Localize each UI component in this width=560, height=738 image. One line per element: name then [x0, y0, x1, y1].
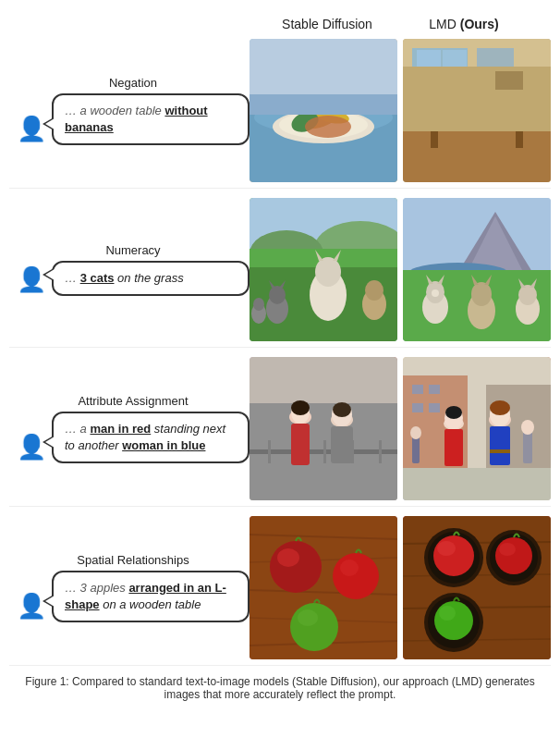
spatial-prefix: … 3 apples — [65, 581, 128, 595]
svg-point-123 — [434, 601, 473, 640]
spatial-sd-svg — [250, 516, 397, 659]
svg-point-106 — [290, 603, 338, 651]
numeracy-lmd-svg — [403, 198, 551, 341]
lmd-label-normal: LMD — [429, 17, 459, 31]
svg-rect-89 — [490, 449, 510, 453]
attribute-sd-image — [250, 357, 397, 500]
svg-rect-16 — [403, 131, 551, 182]
spatial-label: Spatial Relationships — [17, 553, 250, 567]
svg-rect-76 — [412, 385, 423, 394]
footer: Figure 1: Compared to standard text-to-i… — [9, 675, 551, 701]
spatial-bubble: … 3 apples arranged in an L-shape on a w… — [52, 571, 250, 622]
footer-text: Figure 1: Compared to standard text-to-i… — [25, 675, 534, 701]
negation-speech-text: … a wooden table without bananas — [65, 104, 208, 134]
numeracy-sd-svg — [250, 198, 397, 341]
svg-rect-79 — [429, 403, 440, 412]
numeracy-sd-image — [250, 198, 397, 341]
svg-rect-9 — [250, 94, 397, 115]
svg-point-121 — [495, 537, 532, 574]
attribute-label: Attribute Assignment — [17, 394, 250, 408]
negation-prefix: … a wooden table — [65, 104, 164, 117]
svg-point-48 — [432, 289, 439, 297]
numeracy-bubble: … 3 cats on the grass — [52, 261, 250, 296]
svg-rect-66 — [291, 424, 310, 465]
svg-point-119 — [433, 535, 474, 576]
svg-rect-78 — [412, 403, 423, 412]
svg-rect-86 — [490, 426, 510, 465]
attribute-highlighted-woman: woman in blue — [122, 438, 205, 452]
svg-rect-60 — [268, 440, 271, 463]
svg-rect-21 — [495, 71, 523, 90]
numeracy-suffix: on the grass — [115, 271, 184, 285]
svg-point-84 — [445, 406, 462, 419]
numeracy-row: Numeracy 👤 … 3 cats on the grass — [9, 198, 551, 348]
svg-point-122 — [499, 543, 516, 556]
svg-point-71 — [291, 400, 310, 415]
attribute-highlighted-man: man in red — [90, 422, 151, 436]
svg-point-120 — [437, 541, 456, 556]
svg-rect-77 — [429, 385, 440, 394]
spatial-image-pair — [250, 516, 551, 659]
header-col-sd: Stable Diffusion — [259, 17, 396, 31]
spatial-suffix: on a wooden table — [100, 597, 201, 611]
svg-point-103 — [277, 548, 299, 567]
spatial-sd-image — [250, 516, 397, 659]
attribute-speech-text: … a man in red standing next to another … — [65, 422, 225, 452]
svg-point-38 — [253, 298, 264, 311]
svg-point-93 — [410, 426, 421, 439]
svg-point-32 — [269, 286, 286, 304]
numeracy-speech-row: 👤 … 3 cats on the grass — [17, 261, 250, 296]
negation-left: Negation 👤 … a wooden table without bana… — [9, 76, 250, 145]
stable-diffusion-label: Stable Diffusion — [282, 17, 372, 31]
svg-point-104 — [333, 553, 379, 599]
negation-speech-row: 👤 … a wooden table without bananas — [17, 93, 250, 145]
spatial-speech-text: … 3 apples arranged in an L-shape on a w… — [65, 581, 226, 611]
svg-point-72 — [333, 402, 351, 417]
svg-rect-92 — [412, 436, 420, 463]
svg-rect-90 — [523, 431, 532, 463]
negation-lmd-image — [403, 39, 551, 182]
svg-point-50 — [471, 282, 492, 306]
page-container: Stable Diffusion LMD (Ours) Negation 👤 …… — [0, 0, 560, 710]
attribute-speech-row: 👤 … a man in red standing next to anothe… — [17, 412, 250, 463]
attribute-image-pair — [250, 357, 551, 500]
numeracy-highlighted: 3 cats — [80, 271, 115, 285]
attribute-left: Attribute Assignment 👤 … a man in red st… — [9, 394, 250, 463]
attribute-lmd-image — [403, 357, 551, 500]
svg-rect-62 — [323, 440, 326, 463]
spatial-row: Spatial Relationships 👤 … 3 apples arran… — [9, 516, 551, 666]
svg-rect-69 — [331, 426, 353, 463]
svg-point-7 — [305, 116, 351, 138]
svg-point-28 — [315, 257, 341, 287]
numeracy-label: Numeracy — [17, 243, 250, 257]
svg-point-54 — [518, 285, 537, 305]
lmd-label-bold: (Ours) — [460, 17, 499, 31]
negation-bubble: … a wooden table without bananas — [52, 93, 250, 145]
negation-label: Negation — [17, 76, 250, 90]
negation-sd-svg — [250, 39, 397, 182]
svg-rect-80 — [403, 468, 551, 500]
attribute-lmd-svg — [403, 357, 551, 500]
svg-rect-82 — [444, 429, 463, 466]
numeracy-prefix: … — [65, 271, 80, 285]
spatial-lmd-svg — [403, 516, 551, 659]
negation-image-pair — [250, 39, 551, 182]
svg-point-105 — [340, 560, 359, 576]
attribute-sd-svg — [250, 357, 397, 500]
numeracy-lmd-image — [403, 198, 551, 341]
svg-point-107 — [298, 609, 318, 626]
attribute-bubble: … a man in red standing next to another … — [52, 412, 250, 463]
svg-point-36 — [365, 280, 383, 301]
header-col-lmd: LMD (Ours) — [396, 17, 532, 31]
attribute-prefix: … a — [65, 422, 90, 436]
spatial-lmd-image — [403, 516, 551, 659]
negation-row: Negation 👤 … a wooden table without bana… — [9, 39, 551, 189]
spatial-speech-row: 👤 … 3 apples arranged in an L-shape on a… — [17, 571, 250, 622]
svg-point-88 — [490, 400, 510, 415]
header-row: Stable Diffusion LMD (Ours) — [9, 17, 551, 31]
spatial-left: Spatial Relationships 👤 … 3 apples arran… — [9, 553, 250, 622]
svg-rect-20 — [403, 67, 551, 131]
numeracy-speech-text: … 3 cats on the grass — [65, 271, 184, 285]
svg-point-102 — [270, 541, 322, 593]
svg-point-124 — [439, 606, 456, 621]
